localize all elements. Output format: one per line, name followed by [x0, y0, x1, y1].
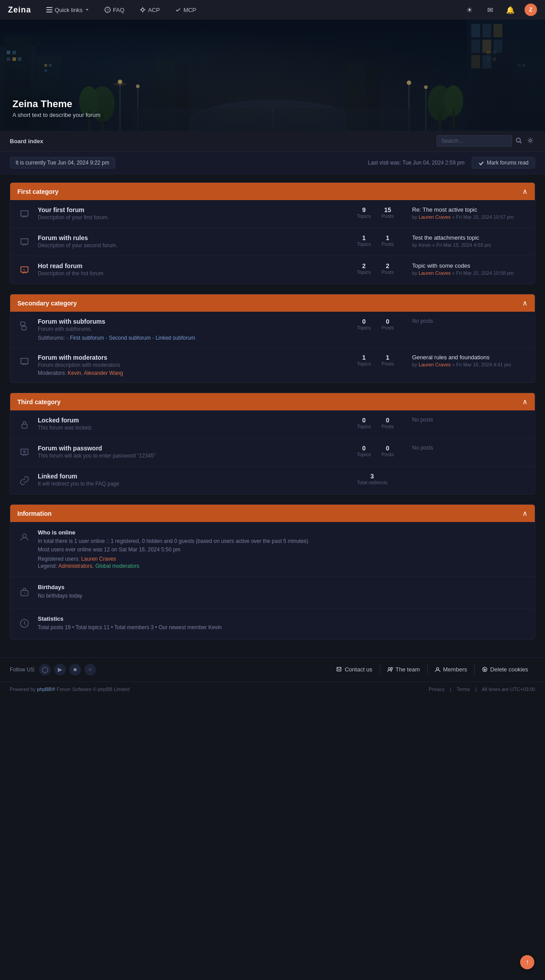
forum-stats: 2 Topics 2 Posts — [357, 262, 406, 275]
mod-legend[interactable]: Global moderators — [95, 563, 139, 569]
members-link[interactable]: Members — [428, 664, 475, 675]
last-post-title[interactable]: Re: The most active topic — [412, 206, 528, 213]
youtube-icon[interactable]: ■ — [69, 664, 81, 675]
subforum-link[interactable]: First subforum — [70, 335, 104, 341]
forum-name[interactable]: Locked forum — [38, 417, 351, 424]
nav-acp[interactable]: ACP — [136, 5, 164, 15]
subforum-link[interactable]: Linked subforum — [156, 335, 195, 341]
notifications-icon[interactable]: 🔔 — [504, 4, 517, 16]
svg-point-74 — [484, 669, 485, 670]
moderator-link[interactable]: Kevin — [68, 370, 81, 376]
stat-topics: 0 Topics — [357, 445, 371, 457]
svg-point-59 — [517, 138, 521, 142]
forum-last: General rules and foundations by Lauren … — [412, 354, 528, 367]
subforum-link[interactable]: Second subforum — [109, 335, 151, 341]
main-content: First category ∧ Your first forum Descri… — [0, 174, 545, 657]
forum-desc: Forum description with moderators — [38, 362, 351, 368]
follow-label: Follow US: — [10, 667, 36, 673]
twitter-icon[interactable]: ▶ — [54, 664, 66, 675]
category-third-chevron: ∧ — [522, 398, 528, 406]
last-post-author[interactable]: Lauren Craves — [419, 362, 451, 367]
forum-info: Linked forum It will redirect you to the… — [38, 473, 351, 487]
menu-icon — [46, 7, 52, 13]
stat-posts: 1 Posts — [381, 234, 394, 247]
gear-icon — [527, 137, 533, 144]
forum-stats: 0 Topics 0 Posts — [357, 445, 406, 457]
category-first-body: Your first forum Description of your fir… — [10, 200, 535, 284]
nav-mcp[interactable]: MCP — [172, 5, 200, 15]
contact-icon — [336, 667, 342, 672]
forum-desc: Description of your first forum. — [38, 214, 351, 221]
nav-quicklinks[interactable]: Quick links — [43, 5, 93, 15]
forum-name[interactable]: Linked forum — [38, 473, 351, 480]
forum-name[interactable]: Your first forum — [38, 206, 351, 213]
theme-toggle-icon[interactable]: ☀ — [463, 4, 476, 16]
category-second-title: Secondary category — [17, 300, 77, 307]
forum-icon-hot — [17, 263, 32, 277]
forum-name[interactable]: Forum with password — [38, 445, 351, 452]
search-settings-button[interactable] — [525, 136, 535, 147]
forum-stats: 1 Topics 1 Posts — [357, 354, 406, 366]
category-first-chevron: ∧ — [522, 187, 528, 196]
avatar[interactable]: Z — [525, 4, 537, 16]
checkmark-icon — [478, 160, 484, 166]
footer-bottom: Powered by phpBB® Forum Software © phpBB… — [0, 682, 545, 700]
last-post-title[interactable]: General rules and foundations — [412, 354, 528, 361]
delete-cookies-link[interactable]: Delete cookies — [475, 664, 535, 675]
moderator-link[interactable]: Alexander Wang — [84, 370, 123, 376]
the-team-link[interactable]: The team — [380, 664, 428, 675]
admin-legend[interactable]: Administrators — [58, 563, 92, 569]
forum-icon-chat — [17, 207, 32, 221]
search-button[interactable] — [514, 136, 524, 147]
timezone: All times are UTC+03:00 — [482, 687, 535, 692]
birthdays-icon — [17, 585, 32, 599]
last-post-author[interactable]: Lauren Craves — [419, 214, 451, 220]
forum-name[interactable]: Forum with subforums — [38, 318, 351, 325]
stat-topics: 1 Topics — [357, 354, 371, 366]
category-second-header[interactable]: Secondary category ∧ — [10, 294, 535, 312]
last-post-title[interactable]: Test the attachments topic — [412, 234, 528, 241]
breadcrumb[interactable]: Board index — [10, 138, 43, 145]
svg-rect-1 — [46, 9, 52, 10]
statistics-text: Total posts 19 • Total topics 11 • Total… — [38, 623, 528, 632]
category-third-header[interactable]: Third category ∧ — [10, 393, 535, 410]
last-post-title[interactable]: Topic with some codes — [412, 262, 528, 269]
google-icon[interactable]: ○ — [84, 664, 96, 675]
forum-row: Forum with moderators Forum description … — [10, 348, 535, 382]
forum-desc: Description of your second forum. — [38, 242, 351, 249]
forum-name[interactable]: Hot read forum — [38, 262, 351, 269]
facebook-icon[interactable]: ◯ — [39, 664, 51, 675]
category-first-header[interactable]: First category ∧ — [10, 183, 535, 200]
svg-rect-63 — [22, 326, 26, 330]
information-header[interactable]: Information ∧ — [10, 505, 535, 522]
hero-text: Zeina Theme A short text to describe you… — [12, 98, 100, 118]
category-second: Secondary category ∧ Forum with subforum… — [10, 294, 535, 383]
forum-name[interactable]: Forum with rules — [38, 234, 351, 241]
contact-us-link[interactable]: Contact us — [329, 664, 380, 675]
last-post-by: by Kevin » Fri Mar 15, 2024 4:03 pm — [412, 242, 528, 248]
svg-point-72 — [437, 668, 439, 670]
powered-by: Powered by phpBB® Forum Software © phpBB… — [10, 687, 129, 692]
forum-stats: 0 Topics 0 Posts — [357, 417, 406, 429]
terms-link[interactable]: Terms — [457, 687, 470, 692]
who-online-text: In total there is 1 user online :: 1 reg… — [38, 537, 528, 546]
phpbb-link[interactable]: phpBB® — [37, 687, 55, 692]
who-online-title: Who is online — [38, 529, 528, 536]
nav-faq[interactable]: ? FAQ — [101, 5, 128, 15]
registered-user-link[interactable]: Lauren Craves — [81, 556, 116, 562]
stat-posts: 2 Posts — [381, 262, 394, 275]
privacy-link[interactable]: Privacy — [429, 687, 445, 692]
hero-banner: Zeina Theme A short text to describe you… — [0, 20, 545, 131]
brand[interactable]: Zeina — [8, 5, 31, 15]
messages-icon[interactable]: ✉ — [484, 4, 496, 16]
legend: Legend: Administrators, Global moderator… — [38, 563, 528, 569]
search-input[interactable] — [437, 135, 512, 147]
last-post-author[interactable]: Lauren Craves — [419, 270, 451, 276]
svg-rect-64 — [22, 424, 27, 428]
mark-forums-read-button[interactable]: Mark forums read — [472, 157, 535, 169]
no-posts-label: No posts — [412, 318, 433, 324]
most-users-text: Most users ever online was 12 on Sat Mar… — [38, 546, 528, 554]
category-second-body: Forum with subforums Forum with subforum… — [10, 312, 535, 382]
forum-name[interactable]: Forum with moderators — [38, 354, 351, 361]
forum-row: Locked forum This forum was locked. 0 To… — [10, 410, 535, 438]
